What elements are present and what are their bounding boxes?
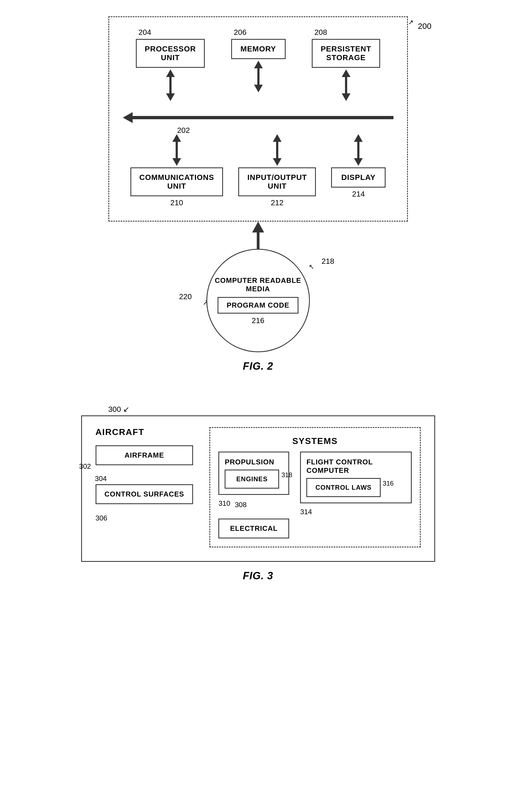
airframe-container: AIRFRAME 302 bbox=[95, 445, 193, 465]
ref-310-label: 310 bbox=[219, 499, 289, 508]
ref-206: 206 bbox=[234, 28, 247, 37]
program-code-box: PROGRAM CODE bbox=[218, 297, 298, 314]
bus-left-arrow bbox=[123, 112, 133, 123]
processor-unit: 204 PROCESSORUNIT bbox=[136, 28, 205, 103]
aircraft-title: AIRCRAFT bbox=[95, 427, 193, 437]
fig2-bottom-row: COMMUNICATIONSUNIT 210 INPUT/OUTPUTUNIT … bbox=[123, 133, 394, 207]
inputoutput-unit-box: INPUT/OUTPUTUNIT bbox=[238, 167, 316, 196]
ref-202: 202 bbox=[177, 126, 190, 135]
ref-218-arrow: ↖ bbox=[309, 263, 314, 270]
fcc-title: FLIGHT CONTROL COMPUTER bbox=[306, 458, 405, 475]
ref-314-label: 314 bbox=[300, 508, 411, 516]
fig3-diagram: 300 ↙ AIRCRAFT AIRFRAME 302 304 bbox=[67, 405, 449, 582]
persistent-storage-box: PERSISTENTSTORAGE bbox=[312, 39, 380, 68]
ref-300-label: 300 bbox=[108, 405, 121, 414]
control-laws-container: CONTROL LAWS 316 bbox=[306, 478, 380, 497]
fig2-diagram: 200 ↙ 204 PROCESSORUNIT bbox=[67, 16, 449, 372]
ref-210: 210 bbox=[170, 198, 183, 207]
fcc-box: FLIGHT CONTROL COMPUTER CONTROL LAWS 316 bbox=[300, 452, 411, 503]
arrow-bus-212 bbox=[273, 134, 282, 166]
arrow-204-bus bbox=[166, 69, 175, 101]
fig3-outer-box: AIRCRAFT AIRFRAME 302 304 CONTROL SURFAC… bbox=[81, 415, 435, 562]
inputoutput-unit: INPUT/OUTPUTUNIT 212 bbox=[238, 133, 316, 207]
ref-200-arrow: ↙ bbox=[408, 19, 413, 26]
systems-box: SYSTEMS PROPULSION ENGINES 318 bbox=[209, 427, 421, 547]
ref-306-label: 306 bbox=[95, 514, 193, 522]
ref-216: 216 bbox=[252, 316, 264, 325]
engines-box: ENGINES bbox=[225, 469, 279, 489]
up-arrowhead bbox=[252, 222, 264, 232]
fig2-outer-box: 200 ↙ 204 PROCESSORUNIT bbox=[108, 16, 408, 222]
ref-204: 204 bbox=[139, 28, 151, 37]
media-title: COMPUTER READABLE MEDIA bbox=[207, 276, 309, 293]
control-surfaces-box: CONTROL SURFACES bbox=[95, 484, 193, 504]
arrow-206-bus bbox=[254, 61, 263, 92]
memory-unit-box: MEMORY bbox=[231, 39, 286, 59]
ref-302-label: 302 bbox=[79, 462, 91, 471]
fig3-inner-layout: AIRCRAFT AIRFRAME 302 304 CONTROL SURFAC… bbox=[95, 427, 421, 547]
control-laws-box: CONTROL LAWS bbox=[306, 478, 380, 497]
fig2-caption: FIG. 2 bbox=[243, 360, 274, 372]
airframe-box: AIRFRAME bbox=[95, 445, 193, 465]
display-unit: DISPLAY 214 bbox=[331, 133, 385, 198]
arrow-bus-210 bbox=[172, 134, 181, 166]
display-unit-box: DISPLAY bbox=[331, 167, 385, 187]
ref-304-label: 304 bbox=[95, 474, 107, 483]
ref-208: 208 bbox=[315, 28, 327, 37]
up-shaft bbox=[257, 232, 259, 249]
bus-bar: 202 bbox=[123, 111, 394, 124]
ref-300-container: 300 ↙ bbox=[108, 405, 130, 414]
ref-218-label: 218 bbox=[322, 257, 334, 266]
media-circle-container: 220 ↗ 218 ↖ COMPUTER READABLE MEDIA PROG… bbox=[206, 249, 310, 352]
aircraft-col: AIRCRAFT AIRFRAME 302 304 CONTROL SURFAC… bbox=[95, 427, 193, 522]
communications-unit-box: COMMUNICATIONSUNIT bbox=[131, 167, 223, 196]
ref-200-label: 200 bbox=[418, 22, 431, 31]
memory-unit: 206 MEMORY bbox=[231, 28, 286, 94]
ref-214: 214 bbox=[352, 190, 365, 198]
ref-220-label: 220 bbox=[179, 292, 192, 301]
systems-title: SYSTEMS bbox=[219, 436, 411, 446]
fcc-col: FLIGHT CONTROL COMPUTER CONTROL LAWS 316… bbox=[300, 452, 411, 516]
ref-316-label: 316 bbox=[383, 480, 394, 487]
fig2-top-row: 204 PROCESSORUNIT 206 MEMORY bbox=[123, 28, 394, 103]
ref-212: 212 bbox=[271, 198, 284, 207]
propulsion-title: PROPULSION bbox=[225, 458, 283, 466]
engines-container: ENGINES 318 bbox=[225, 469, 279, 489]
media-ellipse: COMPUTER READABLE MEDIA PROGRAM CODE 216 bbox=[206, 249, 310, 352]
ref-308-label: 308 bbox=[235, 501, 247, 509]
ref-300-arrow: ↙ bbox=[123, 405, 130, 414]
systems-inner-layout: PROPULSION ENGINES 318 310 308 ELECTR bbox=[219, 452, 411, 539]
propulsion-col: PROPULSION ENGINES 318 310 308 ELECTR bbox=[219, 452, 289, 539]
fig3-caption: FIG. 3 bbox=[243, 570, 274, 582]
arrow-208-bus bbox=[342, 69, 350, 101]
communications-unit: COMMUNICATIONSUNIT 210 bbox=[131, 133, 223, 207]
processor-unit-box: PROCESSORUNIT bbox=[136, 39, 205, 68]
bus-line bbox=[133, 116, 394, 119]
propulsion-box: PROPULSION ENGINES 318 bbox=[219, 452, 289, 495]
persistent-storage-unit: 208 PERSISTENTSTORAGE bbox=[312, 28, 380, 103]
control-surfaces-container: 304 CONTROL SURFACES bbox=[95, 484, 193, 504]
circle-to-box-arrow bbox=[252, 222, 264, 249]
electrical-container: 308 ELECTRICAL bbox=[219, 511, 289, 539]
electrical-box: ELECTRICAL bbox=[219, 519, 289, 539]
arrow-bus-214 bbox=[354, 134, 363, 166]
ref-318-label: 318 bbox=[281, 471, 292, 479]
